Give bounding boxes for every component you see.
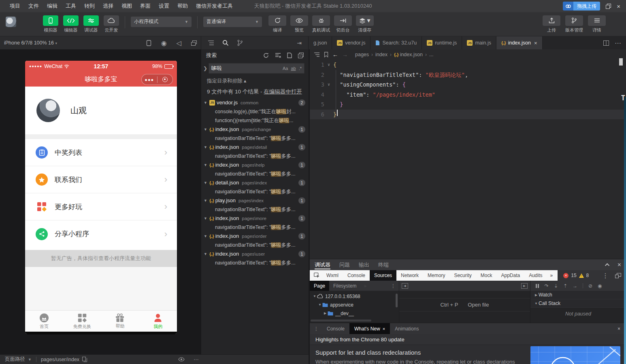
tab-g.json[interactable]: g.json [309,36,332,49]
devtools-tab-Audits[interactable]: Audits [524,270,547,281]
device-select[interactable]: iPhone 6/7/8 100% 16 ▾ [4,40,57,46]
restore-window-button[interactable] [606,4,611,9]
bookmark-icon[interactable] [324,52,328,57]
callstack-section[interactable]: ▼ Call Stack [530,299,626,308]
close-panel-icon[interactable]: × [617,261,621,269]
fold-icon[interactable]: ∨ [324,60,333,70]
devtools-tab-Console[interactable]: Console [343,270,370,281]
more-options-icon[interactable]: ⋯ [194,356,199,362]
miniprogram-capsule[interactable]: ●●● [141,74,173,85]
pause-on-exceptions-icon[interactable]: ◉ [598,283,602,289]
collapse-all-icon[interactable] [298,53,304,58]
page-path-label[interactable]: 页面路径 [5,356,25,363]
menu-item-界面[interactable]: 界面 [136,0,155,12]
drag-upload-button[interactable]: 拖拽上传 [563,2,600,11]
devtools-tab-Memory[interactable]: Memory [423,270,449,281]
step-into-icon[interactable]: ⇣ [554,283,558,289]
phone-tab-我的[interactable]: 我的 [139,311,177,332]
devtools-tab-Sources[interactable]: Sources [370,270,396,281]
split-editor-icon[interactable] [603,40,609,46]
console-counts[interactable]: × 15 8 [563,273,589,278]
action-真机调试[interactable]: 真机调试 [312,15,330,33]
tree-node-__dev__[interactable]: ▶__dev__ [310,309,399,317]
step-over-icon[interactable]: ↷ [545,283,549,289]
open-file-label[interactable]: Open file [468,302,489,308]
search-result-file[interactable]: ▼{..}index.jsonpages\change1 [201,125,309,134]
debugger-tab-输出[interactable]: 输出 [359,259,369,270]
close-tab-icon[interactable]: × [534,40,537,46]
code-area[interactable]: 1∨{2 "navigationBarTitleText": "欧皇源码论坛",… [310,60,626,259]
collapse-panel-icon[interactable] [605,263,609,267]
scrollbar-thumb[interactable] [619,58,623,66]
tab-index.json[interactable]: {..}index.json× [496,36,543,49]
more-menu-icon[interactable]: ●●● [142,77,157,82]
scrollbar-thumb[interactable] [311,320,371,322]
drawer-tab-What's New[interactable]: What's New× [349,323,390,334]
menu-item-选择[interactable]: 选择 [99,0,117,12]
explorer-icon[interactable] [208,40,214,46]
exit-circle-icon[interactable] [158,77,173,82]
search-match-line[interactable]: navigationBarTitleText": "哆啦多多... [201,187,309,196]
action-切后台[interactable]: 切后台 [334,15,352,33]
close-window-button[interactable]: × [617,3,620,10]
refresh-search-icon[interactable] [263,53,269,58]
tab-main.js[interactable]: JSmain.js [462,36,496,49]
menu-item-项目[interactable]: 项目 [6,0,24,12]
avatar[interactable] [36,99,60,122]
whole-word-toggle[interactable]: ab [291,66,296,71]
previous-file-icon[interactable]: ◀ [402,283,408,289]
rotate-device-icon[interactable] [146,40,151,46]
search-input[interactable]: 哆啦 Aa ab .* [209,63,304,74]
menu-item-中奖列表[interactable]: 中奖列表› [25,139,177,166]
debugger-tab-终端[interactable]: 终端 [378,259,389,270]
devtools-tab-Mock[interactable]: Mock [476,270,497,281]
menu-item-帮助[interactable]: 帮助 [173,0,192,12]
search-result-file[interactable]: ▼{..}index.jsonpages\detail1 [201,143,309,152]
outline-icon[interactable] [314,52,320,57]
mute-sound-icon[interactable]: ◁ [177,39,181,47]
git-branch-icon[interactable] [237,40,243,46]
devtools-tab-Wxml[interactable]: Wxml [322,270,343,281]
action-详情[interactable]: 详情 [588,15,606,33]
record-screen-icon[interactable]: ◉ [161,39,167,47]
eye-icon[interactable] [178,357,185,362]
toggle-replace-icon[interactable]: ❯ [202,66,209,71]
search-directory-toggle[interactable]: 指定目录和排除 ▴ [201,75,309,85]
overflow-tabs-icon[interactable]: » [360,283,370,289]
action-上传[interactable]: 上传 [543,15,560,33]
toggle-模拟器[interactable]: 模拟器 [43,15,58,33]
tree-node-appservice[interactable]: ▼appservice [310,301,399,309]
search-match-line[interactable]: function(){return{title:"我正在哆啦... [201,116,309,125]
fold-icon[interactable]: ∨ [324,80,333,90]
toggle-调试器[interactable]: 调试器 [83,15,99,33]
scrollbar-thumb[interactable] [396,294,398,307]
search-result-file[interactable]: ▼{..}index.jsonpages\help1 [201,161,309,169]
regex-toggle[interactable]: .* [299,66,302,71]
float-window-icon[interactable] [191,40,197,46]
search-result-file[interactable]: ▼{..}index.jsonpages\more1 [201,214,309,223]
match-case-toggle[interactable]: Aa [283,66,288,71]
debugger-tab-调试器[interactable]: 调试器 [315,259,330,270]
search-result-file[interactable]: ▼JSvendor.jscommon2 [201,98,309,107]
pause-script-icon[interactable] [535,284,539,288]
close-tab-icon[interactable]: × [383,326,385,331]
menu-item-微信开发者工具[interactable]: 微信开发者工具 [192,0,237,12]
overflow-tabs-icon[interactable]: » [547,273,556,278]
drawer-tab-Console[interactable]: Console [322,323,349,334]
sidebar-kebab-icon[interactable]: ⋮ [391,283,399,289]
search-match-line[interactable]: navigationBarTitleText": "哆啦多多... [201,134,309,143]
devtools-kebab-icon[interactable]: ⋮ [602,272,609,279]
phone-tab-帮助[interactable]: 帮助 [101,311,139,332]
search-match-line[interactable]: navigationBarTitleText": "哆啦多多... [201,258,309,267]
action-清缓存[interactable]: ▾清缓存 [356,15,374,33]
menu-item-文件[interactable]: 文件 [24,0,43,12]
search-match-line[interactable]: navigationBarTitleText": "哆啦多多... [201,152,309,161]
navigate-back-icon[interactable]: ← [332,51,338,58]
open-search-editor-icon[interactable] [287,53,292,58]
phone-tab-首页[interactable]: 首页 [25,311,63,332]
step-icon[interactable]: → [573,283,577,289]
toggle-云开发[interactable]: 云开发 [104,15,119,33]
clear-results-icon[interactable] [275,53,281,58]
search-match-line[interactable]: navigationBarTitleText": "哆啦多多... [201,205,309,214]
tab-vendor.js[interactable]: JSvendor.js [332,36,370,49]
